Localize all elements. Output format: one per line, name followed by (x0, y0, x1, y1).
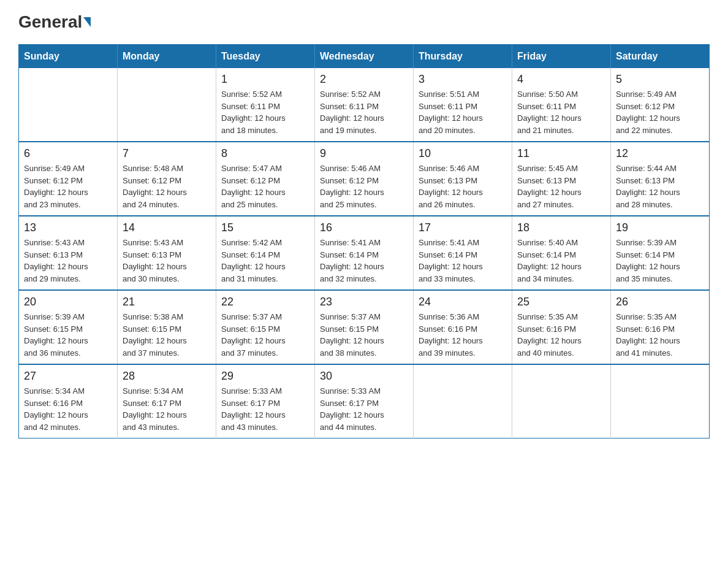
day-number: 6 (24, 147, 112, 160)
day-info: Sunrise: 5:35 AMSunset: 6:16 PMDaylight:… (616, 311, 704, 359)
day-number: 26 (616, 296, 704, 308)
weekday-header-sunday: Sunday (19, 45, 118, 69)
day-number: 8 (221, 147, 309, 160)
calendar-cell: 17Sunrise: 5:41 AMSunset: 6:14 PMDayligh… (414, 216, 512, 290)
calendar-cell: 30Sunrise: 5:33 AMSunset: 6:17 PMDayligh… (315, 364, 414, 439)
calendar-week-row: 27Sunrise: 5:34 AMSunset: 6:16 PMDayligh… (19, 364, 710, 439)
day-number: 4 (517, 73, 605, 86)
day-number: 22 (221, 296, 309, 308)
calendar-cell: 5Sunrise: 5:49 AMSunset: 6:12 PMDaylight… (611, 68, 710, 142)
day-number: 17 (419, 221, 507, 234)
day-number: 9 (320, 147, 408, 160)
calendar-table: SundayMondayTuesdayWednesdayThursdayFrid… (18, 44, 710, 439)
day-number: 27 (24, 370, 112, 383)
day-number: 12 (616, 147, 704, 160)
calendar-week-row: 6Sunrise: 5:49 AMSunset: 6:12 PMDaylight… (19, 142, 710, 216)
day-info: Sunrise: 5:34 AMSunset: 6:16 PMDaylight:… (24, 385, 112, 433)
calendar-cell: 6Sunrise: 5:49 AMSunset: 6:12 PMDaylight… (19, 142, 118, 216)
calendar-cell: 26Sunrise: 5:35 AMSunset: 6:16 PMDayligh… (611, 290, 710, 364)
calendar-cell: 4Sunrise: 5:50 AMSunset: 6:11 PMDaylight… (512, 68, 611, 142)
day-info: Sunrise: 5:40 AMSunset: 6:14 PMDaylight:… (517, 237, 605, 285)
weekday-header-saturday: Saturday (611, 45, 710, 69)
day-number: 11 (517, 147, 605, 160)
day-number: 23 (320, 296, 408, 308)
weekday-header-friday: Friday (512, 45, 611, 69)
day-info: Sunrise: 5:49 AMSunset: 6:12 PMDaylight:… (616, 88, 704, 136)
weekday-header-wednesday: Wednesday (315, 45, 414, 69)
day-number: 7 (123, 147, 211, 160)
day-info: Sunrise: 5:34 AMSunset: 6:17 PMDaylight:… (123, 385, 211, 433)
day-number: 20 (24, 296, 112, 308)
day-info: Sunrise: 5:33 AMSunset: 6:17 PMDaylight:… (320, 385, 408, 433)
calendar-cell: 12Sunrise: 5:44 AMSunset: 6:13 PMDayligh… (611, 142, 710, 216)
calendar-cell: 16Sunrise: 5:41 AMSunset: 6:14 PMDayligh… (315, 216, 414, 290)
calendar-cell: 13Sunrise: 5:43 AMSunset: 6:13 PMDayligh… (19, 216, 118, 290)
calendar-cell (414, 364, 512, 439)
day-info: Sunrise: 5:43 AMSunset: 6:13 PMDaylight:… (123, 237, 211, 285)
calendar-header: SundayMondayTuesdayWednesdayThursdayFrid… (19, 45, 710, 69)
day-info: Sunrise: 5:50 AMSunset: 6:11 PMDaylight:… (517, 88, 605, 136)
day-number: 19 (616, 221, 704, 234)
calendar-cell: 29Sunrise: 5:33 AMSunset: 6:17 PMDayligh… (216, 364, 315, 439)
calendar-cell: 11Sunrise: 5:45 AMSunset: 6:13 PMDayligh… (512, 142, 611, 216)
day-info: Sunrise: 5:48 AMSunset: 6:12 PMDaylight:… (123, 163, 211, 210)
day-number: 2 (320, 73, 408, 86)
day-info: Sunrise: 5:45 AMSunset: 6:13 PMDaylight:… (517, 163, 605, 210)
calendar-cell: 22Sunrise: 5:37 AMSunset: 6:15 PMDayligh… (216, 290, 315, 364)
calendar-cell: 2Sunrise: 5:52 AMSunset: 6:11 PMDaylight… (315, 68, 414, 142)
day-info: Sunrise: 5:52 AMSunset: 6:11 PMDaylight:… (320, 88, 408, 136)
calendar-cell: 28Sunrise: 5:34 AMSunset: 6:17 PMDayligh… (118, 364, 216, 439)
day-info: Sunrise: 5:51 AMSunset: 6:11 PMDaylight:… (419, 88, 507, 136)
calendar-cell: 19Sunrise: 5:39 AMSunset: 6:14 PMDayligh… (611, 216, 710, 290)
day-number: 18 (517, 221, 605, 234)
day-info: Sunrise: 5:42 AMSunset: 6:14 PMDaylight:… (221, 237, 309, 285)
calendar-cell (19, 68, 118, 142)
day-info: Sunrise: 5:39 AMSunset: 6:14 PMDaylight:… (616, 237, 704, 285)
calendar-week-row: 13Sunrise: 5:43 AMSunset: 6:13 PMDayligh… (19, 216, 710, 290)
day-number: 16 (320, 221, 408, 234)
calendar-week-row: 20Sunrise: 5:39 AMSunset: 6:15 PMDayligh… (19, 290, 710, 364)
day-number: 29 (221, 370, 309, 383)
calendar-cell: 1Sunrise: 5:52 AMSunset: 6:11 PMDaylight… (216, 68, 315, 142)
weekday-header-monday: Monday (118, 45, 216, 69)
logo: General (18, 12, 92, 32)
day-number: 15 (221, 221, 309, 234)
day-number: 24 (419, 296, 507, 308)
calendar-cell: 23Sunrise: 5:37 AMSunset: 6:15 PMDayligh… (315, 290, 414, 364)
weekday-header-row: SundayMondayTuesdayWednesdayThursdayFrid… (19, 45, 710, 69)
calendar-cell: 27Sunrise: 5:34 AMSunset: 6:16 PMDayligh… (19, 364, 118, 439)
calendar-cell: 9Sunrise: 5:46 AMSunset: 6:12 PMDaylight… (315, 142, 414, 216)
calendar-cell: 18Sunrise: 5:40 AMSunset: 6:14 PMDayligh… (512, 216, 611, 290)
calendar-cell: 7Sunrise: 5:48 AMSunset: 6:12 PMDaylight… (118, 142, 216, 216)
day-info: Sunrise: 5:46 AMSunset: 6:12 PMDaylight:… (320, 163, 408, 210)
calendar-cell: 8Sunrise: 5:47 AMSunset: 6:12 PMDaylight… (216, 142, 315, 216)
day-info: Sunrise: 5:46 AMSunset: 6:13 PMDaylight:… (419, 163, 507, 210)
day-info: Sunrise: 5:37 AMSunset: 6:15 PMDaylight:… (221, 311, 309, 359)
calendar-cell: 3Sunrise: 5:51 AMSunset: 6:11 PMDaylight… (414, 68, 512, 142)
day-info: Sunrise: 5:52 AMSunset: 6:11 PMDaylight:… (221, 88, 309, 136)
calendar-cell: 10Sunrise: 5:46 AMSunset: 6:13 PMDayligh… (414, 142, 512, 216)
day-info: Sunrise: 5:41 AMSunset: 6:14 PMDaylight:… (320, 237, 408, 285)
day-number: 14 (123, 221, 211, 234)
calendar-body: 1Sunrise: 5:52 AMSunset: 6:11 PMDaylight… (19, 68, 710, 439)
calendar-week-row: 1Sunrise: 5:52 AMSunset: 6:11 PMDaylight… (19, 68, 710, 142)
weekday-header-thursday: Thursday (414, 45, 512, 69)
day-info: Sunrise: 5:49 AMSunset: 6:12 PMDaylight:… (24, 163, 112, 210)
day-info: Sunrise: 5:39 AMSunset: 6:15 PMDaylight:… (24, 311, 112, 359)
day-info: Sunrise: 5:33 AMSunset: 6:17 PMDaylight:… (221, 385, 309, 433)
calendar-cell (611, 364, 710, 439)
day-info: Sunrise: 5:37 AMSunset: 6:15 PMDaylight:… (320, 311, 408, 359)
logo-arrow-icon (83, 17, 91, 27)
day-info: Sunrise: 5:41 AMSunset: 6:14 PMDaylight:… (419, 237, 507, 285)
calendar-cell (118, 68, 216, 142)
calendar-cell: 14Sunrise: 5:43 AMSunset: 6:13 PMDayligh… (118, 216, 216, 290)
calendar-cell: 25Sunrise: 5:35 AMSunset: 6:16 PMDayligh… (512, 290, 611, 364)
day-number: 10 (419, 147, 507, 160)
day-number: 13 (24, 221, 112, 234)
page-header: General (18, 12, 710, 32)
day-number: 28 (123, 370, 211, 383)
day-number: 1 (221, 73, 309, 86)
day-number: 5 (616, 73, 704, 86)
day-info: Sunrise: 5:35 AMSunset: 6:16 PMDaylight:… (517, 311, 605, 359)
day-info: Sunrise: 5:43 AMSunset: 6:13 PMDaylight:… (24, 237, 112, 285)
